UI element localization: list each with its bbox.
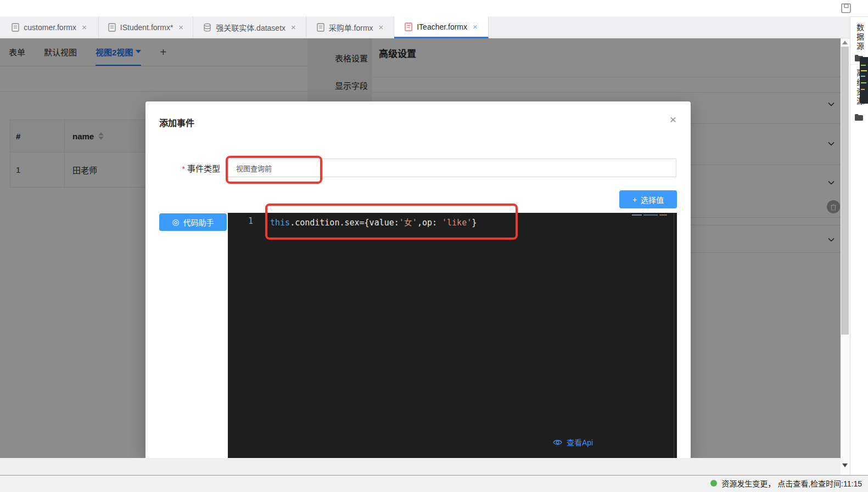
- top-bar: [0, 0, 868, 16]
- editor-tab-bar: customer.formx × IStudent.formx* × 强关联实体…: [0, 16, 850, 38]
- tab-dataset[interactable]: 强关联实体.datasetx ×: [193, 16, 306, 38]
- scroll-down-arrow[interactable]: [842, 463, 848, 467]
- required-mark: *: [182, 165, 185, 173]
- tab-label: IStudent.formx*: [120, 23, 173, 32]
- minimap-divider: [674, 213, 674, 458]
- close-icon[interactable]: ×: [178, 22, 183, 32]
- dialog-title: 添加事件: [159, 116, 194, 129]
- line-number: 1: [244, 216, 253, 226]
- bottom-strip: [0, 458, 841, 475]
- tab-iteacher-formx-active[interactable]: ITeacher.formx ×: [394, 16, 489, 38]
- code-token: 'like': [442, 218, 472, 228]
- event-type-input[interactable]: 视图查询前: [227, 159, 676, 177]
- tab-label: 采购单.formx: [329, 22, 373, 33]
- tab-label: ITeacher.formx: [417, 22, 467, 31]
- view-api-link[interactable]: 查看Api: [553, 437, 593, 448]
- right-sidebar: 数据源 离线资源: [850, 16, 868, 475]
- code-token: .condition.sex={value:: [290, 218, 399, 228]
- vertical-scrollbar[interactable]: [841, 38, 850, 475]
- code-token: '女': [399, 218, 417, 228]
- status-text[interactable]: 资源发生变更， 点击查看,检查时间:11:15: [721, 478, 862, 489]
- code-line[interactable]: this.condition.sex={value:'女',op: 'like'…: [270, 216, 477, 228]
- tab-bar-empty-space: [489, 16, 850, 38]
- minimap[interactable]: [632, 214, 671, 217]
- code-token: this: [270, 218, 290, 228]
- scrollbar-thumb[interactable]: [841, 47, 849, 335]
- target-circle-icon: ◎: [172, 217, 179, 227]
- code-assistant-button[interactable]: ◎ 代码助手: [159, 213, 227, 231]
- edge-minimap-artifact: [860, 57, 868, 104]
- tab-label: customer.formx: [24, 23, 76, 32]
- tab-istudent-formx[interactable]: IStudent.formx* ×: [99, 16, 193, 38]
- event-type-label: *事件类型: [145, 162, 220, 174]
- close-icon[interactable]: ×: [82, 22, 87, 32]
- select-value-button[interactable]: + 选择值: [619, 190, 677, 208]
- tab-purchase-order-formx[interactable]: 采购单.formx ×: [306, 16, 394, 38]
- eye-icon: [553, 439, 562, 446]
- resource-change-notice[interactable]: 资源发生变更， 点击查看,检查时间:11:15: [710, 478, 862, 489]
- code-editor[interactable]: 1 this.condition.sex={value:'女',op: 'lik…: [228, 213, 677, 458]
- sidebar-item-datasource[interactable]: 数据源: [854, 24, 865, 52]
- event-type-value: 视图查询前: [236, 163, 272, 173]
- folder-icon[interactable]: [854, 114, 864, 121]
- form-file-icon: [405, 22, 412, 31]
- close-icon[interactable]: ×: [291, 22, 296, 32]
- form-file-icon: [12, 23, 19, 32]
- tab-label: 强关联实体.datasetx: [216, 22, 285, 33]
- status-green-dot: [710, 480, 717, 487]
- plus-icon: +: [632, 195, 637, 204]
- app-window: customer.formx × IStudent.formx* × 强关联实体…: [0, 0, 868, 492]
- code-token: ,op:: [417, 218, 442, 228]
- form-file-icon: [108, 23, 116, 32]
- database-icon: [203, 23, 211, 32]
- scroll-up-arrow[interactable]: [842, 41, 848, 44]
- form-file-icon: [317, 23, 324, 32]
- code-token: }: [472, 218, 477, 228]
- close-icon[interactable]: ×: [473, 22, 478, 31]
- tab-customer-formx[interactable]: customer.formx ×: [0, 16, 99, 38]
- add-event-dialog: 添加事件 × *事件类型 视图查询前 + 选择值 ◎ 代码助手 1 this.c…: [145, 101, 691, 458]
- save-icon[interactable]: [840, 2, 852, 14]
- close-icon[interactable]: ×: [379, 22, 384, 32]
- status-bar: 资源发生变更， 点击查看,检查时间:11:15: [0, 475, 868, 492]
- close-icon[interactable]: ×: [666, 112, 680, 127]
